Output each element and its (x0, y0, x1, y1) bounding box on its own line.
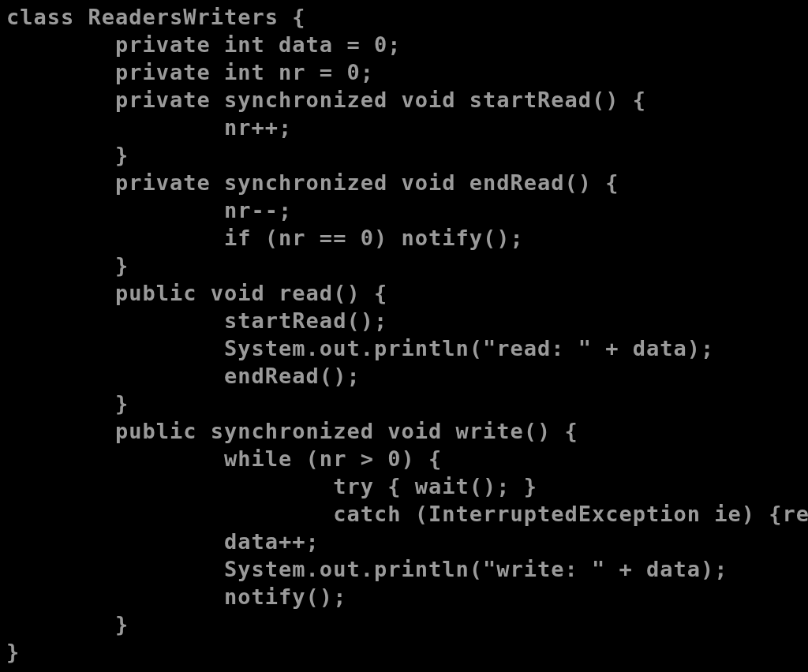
code-block: class ReadersWriters { private int data … (0, 0, 808, 669)
